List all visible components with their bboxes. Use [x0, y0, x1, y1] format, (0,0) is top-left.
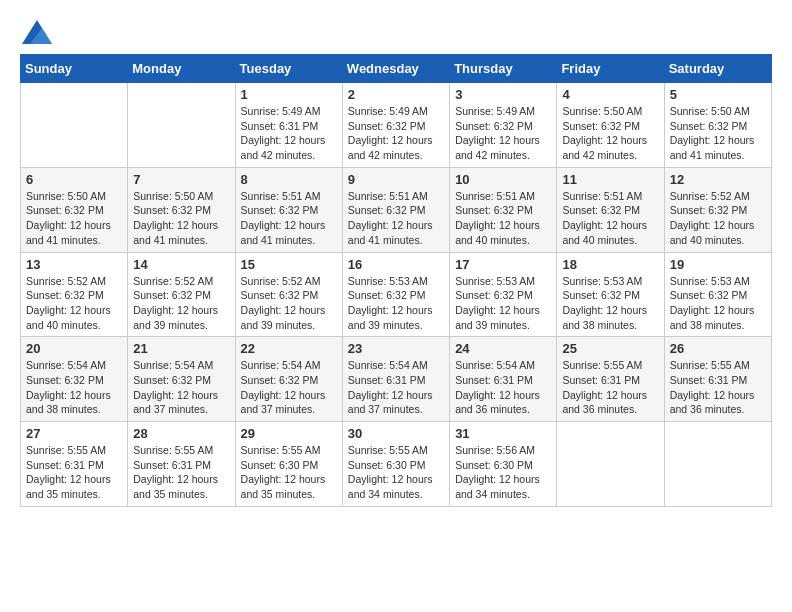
- weekday-row: SundayMondayTuesdayWednesdayThursdayFrid…: [21, 55, 772, 83]
- calendar-week-4: 20Sunrise: 5:54 AM Sunset: 6:32 PM Dayli…: [21, 337, 772, 422]
- calendar-cell: 9Sunrise: 5:51 AM Sunset: 6:32 PM Daylig…: [342, 167, 449, 252]
- day-number: 24: [455, 341, 551, 356]
- calendar-cell: 6Sunrise: 5:50 AM Sunset: 6:32 PM Daylig…: [21, 167, 128, 252]
- day-info: Sunrise: 5:50 AM Sunset: 6:32 PM Dayligh…: [562, 104, 658, 163]
- calendar-cell: [128, 83, 235, 168]
- calendar-cell: [21, 83, 128, 168]
- weekday-monday: Monday: [128, 55, 235, 83]
- day-info: Sunrise: 5:52 AM Sunset: 6:32 PM Dayligh…: [26, 274, 122, 333]
- calendar-cell: 29Sunrise: 5:55 AM Sunset: 6:30 PM Dayli…: [235, 422, 342, 507]
- day-number: 9: [348, 172, 444, 187]
- day-info: Sunrise: 5:53 AM Sunset: 6:32 PM Dayligh…: [562, 274, 658, 333]
- day-info: Sunrise: 5:51 AM Sunset: 6:32 PM Dayligh…: [348, 189, 444, 248]
- day-info: Sunrise: 5:49 AM Sunset: 6:32 PM Dayligh…: [348, 104, 444, 163]
- calendar-cell: 27Sunrise: 5:55 AM Sunset: 6:31 PM Dayli…: [21, 422, 128, 507]
- day-info: Sunrise: 5:52 AM Sunset: 6:32 PM Dayligh…: [241, 274, 337, 333]
- weekday-sunday: Sunday: [21, 55, 128, 83]
- calendar-week-3: 13Sunrise: 5:52 AM Sunset: 6:32 PM Dayli…: [21, 252, 772, 337]
- day-info: Sunrise: 5:50 AM Sunset: 6:32 PM Dayligh…: [133, 189, 229, 248]
- calendar-cell: 11Sunrise: 5:51 AM Sunset: 6:32 PM Dayli…: [557, 167, 664, 252]
- calendar-cell: 18Sunrise: 5:53 AM Sunset: 6:32 PM Dayli…: [557, 252, 664, 337]
- weekday-wednesday: Wednesday: [342, 55, 449, 83]
- weekday-friday: Friday: [557, 55, 664, 83]
- calendar-body: 1Sunrise: 5:49 AM Sunset: 6:31 PM Daylig…: [21, 83, 772, 507]
- day-info: Sunrise: 5:49 AM Sunset: 6:31 PM Dayligh…: [241, 104, 337, 163]
- calendar-cell: 2Sunrise: 5:49 AM Sunset: 6:32 PM Daylig…: [342, 83, 449, 168]
- day-info: Sunrise: 5:50 AM Sunset: 6:32 PM Dayligh…: [670, 104, 766, 163]
- day-number: 28: [133, 426, 229, 441]
- day-number: 17: [455, 257, 551, 272]
- day-info: Sunrise: 5:51 AM Sunset: 6:32 PM Dayligh…: [241, 189, 337, 248]
- calendar-cell: 25Sunrise: 5:55 AM Sunset: 6:31 PM Dayli…: [557, 337, 664, 422]
- calendar-cell: 31Sunrise: 5:56 AM Sunset: 6:30 PM Dayli…: [450, 422, 557, 507]
- calendar-cell: 12Sunrise: 5:52 AM Sunset: 6:32 PM Dayli…: [664, 167, 771, 252]
- day-number: 7: [133, 172, 229, 187]
- day-number: 15: [241, 257, 337, 272]
- calendar-cell: 13Sunrise: 5:52 AM Sunset: 6:32 PM Dayli…: [21, 252, 128, 337]
- day-number: 14: [133, 257, 229, 272]
- logo-text: [20, 20, 52, 44]
- calendar-cell: 10Sunrise: 5:51 AM Sunset: 6:32 PM Dayli…: [450, 167, 557, 252]
- calendar-cell: 24Sunrise: 5:54 AM Sunset: 6:31 PM Dayli…: [450, 337, 557, 422]
- day-number: 20: [26, 341, 122, 356]
- day-info: Sunrise: 5:53 AM Sunset: 6:32 PM Dayligh…: [455, 274, 551, 333]
- calendar-cell: 28Sunrise: 5:55 AM Sunset: 6:31 PM Dayli…: [128, 422, 235, 507]
- calendar-cell: 3Sunrise: 5:49 AM Sunset: 6:32 PM Daylig…: [450, 83, 557, 168]
- day-number: 31: [455, 426, 551, 441]
- calendar-week-5: 27Sunrise: 5:55 AM Sunset: 6:31 PM Dayli…: [21, 422, 772, 507]
- day-info: Sunrise: 5:54 AM Sunset: 6:32 PM Dayligh…: [26, 358, 122, 417]
- day-number: 27: [26, 426, 122, 441]
- day-info: Sunrise: 5:55 AM Sunset: 6:31 PM Dayligh…: [26, 443, 122, 502]
- logo-icon: [22, 20, 52, 44]
- calendar-cell: 26Sunrise: 5:55 AM Sunset: 6:31 PM Dayli…: [664, 337, 771, 422]
- day-number: 6: [26, 172, 122, 187]
- calendar-cell: 17Sunrise: 5:53 AM Sunset: 6:32 PM Dayli…: [450, 252, 557, 337]
- weekday-tuesday: Tuesday: [235, 55, 342, 83]
- day-info: Sunrise: 5:54 AM Sunset: 6:32 PM Dayligh…: [133, 358, 229, 417]
- day-number: 30: [348, 426, 444, 441]
- calendar-week-1: 1Sunrise: 5:49 AM Sunset: 6:31 PM Daylig…: [21, 83, 772, 168]
- calendar-cell: [664, 422, 771, 507]
- day-number: 8: [241, 172, 337, 187]
- day-number: 1: [241, 87, 337, 102]
- calendar-cell: 14Sunrise: 5:52 AM Sunset: 6:32 PM Dayli…: [128, 252, 235, 337]
- day-number: 19: [670, 257, 766, 272]
- calendar-cell: 15Sunrise: 5:52 AM Sunset: 6:32 PM Dayli…: [235, 252, 342, 337]
- day-number: 18: [562, 257, 658, 272]
- day-info: Sunrise: 5:54 AM Sunset: 6:32 PM Dayligh…: [241, 358, 337, 417]
- day-info: Sunrise: 5:55 AM Sunset: 6:30 PM Dayligh…: [348, 443, 444, 502]
- calendar-cell: 5Sunrise: 5:50 AM Sunset: 6:32 PM Daylig…: [664, 83, 771, 168]
- day-info: Sunrise: 5:52 AM Sunset: 6:32 PM Dayligh…: [670, 189, 766, 248]
- calendar-cell: 22Sunrise: 5:54 AM Sunset: 6:32 PM Dayli…: [235, 337, 342, 422]
- day-number: 21: [133, 341, 229, 356]
- day-info: Sunrise: 5:51 AM Sunset: 6:32 PM Dayligh…: [455, 189, 551, 248]
- day-info: Sunrise: 5:55 AM Sunset: 6:30 PM Dayligh…: [241, 443, 337, 502]
- logo: [20, 20, 52, 44]
- day-info: Sunrise: 5:50 AM Sunset: 6:32 PM Dayligh…: [26, 189, 122, 248]
- day-info: Sunrise: 5:49 AM Sunset: 6:32 PM Dayligh…: [455, 104, 551, 163]
- day-number: 12: [670, 172, 766, 187]
- calendar-cell: 30Sunrise: 5:55 AM Sunset: 6:30 PM Dayli…: [342, 422, 449, 507]
- calendar-cell: 21Sunrise: 5:54 AM Sunset: 6:32 PM Dayli…: [128, 337, 235, 422]
- day-number: 23: [348, 341, 444, 356]
- calendar-cell: 7Sunrise: 5:50 AM Sunset: 6:32 PM Daylig…: [128, 167, 235, 252]
- calendar-cell: 4Sunrise: 5:50 AM Sunset: 6:32 PM Daylig…: [557, 83, 664, 168]
- weekday-saturday: Saturday: [664, 55, 771, 83]
- day-info: Sunrise: 5:56 AM Sunset: 6:30 PM Dayligh…: [455, 443, 551, 502]
- day-info: Sunrise: 5:55 AM Sunset: 6:31 PM Dayligh…: [670, 358, 766, 417]
- day-number: 29: [241, 426, 337, 441]
- calendar-cell: [557, 422, 664, 507]
- day-info: Sunrise: 5:53 AM Sunset: 6:32 PM Dayligh…: [670, 274, 766, 333]
- day-number: 4: [562, 87, 658, 102]
- weekday-thursday: Thursday: [450, 55, 557, 83]
- day-number: 26: [670, 341, 766, 356]
- day-number: 25: [562, 341, 658, 356]
- day-number: 16: [348, 257, 444, 272]
- day-number: 22: [241, 341, 337, 356]
- calendar-week-2: 6Sunrise: 5:50 AM Sunset: 6:32 PM Daylig…: [21, 167, 772, 252]
- day-info: Sunrise: 5:55 AM Sunset: 6:31 PM Dayligh…: [133, 443, 229, 502]
- day-number: 5: [670, 87, 766, 102]
- day-number: 3: [455, 87, 551, 102]
- day-number: 2: [348, 87, 444, 102]
- calendar-cell: 8Sunrise: 5:51 AM Sunset: 6:32 PM Daylig…: [235, 167, 342, 252]
